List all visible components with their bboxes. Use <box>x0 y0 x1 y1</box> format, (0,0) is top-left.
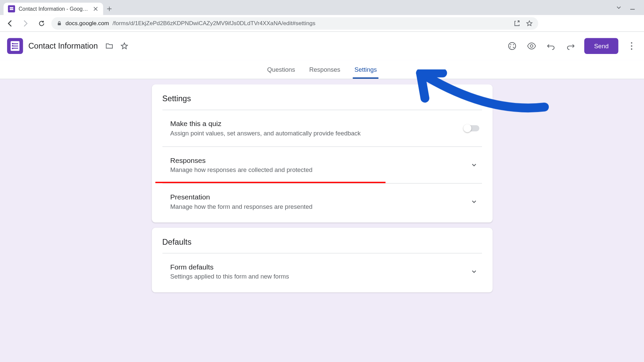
new-tab-button[interactable] <box>103 3 115 15</box>
setting-quiz-sub: Assign point values, set answers, and au… <box>170 130 464 137</box>
address-bar: docs.google.com/forms/d/1EkjZePd2B6zKDPN… <box>0 15 644 32</box>
svg-point-5 <box>530 45 533 47</box>
url-input[interactable]: docs.google.com/forms/d/1EkjZePd2B6zKDPN… <box>51 17 538 29</box>
page-tabs: Questions Responses Settings <box>0 60 644 79</box>
svg-point-3 <box>513 44 514 45</box>
forms-favicon <box>8 5 15 12</box>
setting-presentation-title: Presentation <box>170 193 468 201</box>
svg-rect-0 <box>58 23 61 25</box>
annotation-underline <box>155 182 385 183</box>
app-header: Contact Information Send <box>0 32 644 60</box>
preview-icon[interactable] <box>526 40 537 52</box>
setting-quiz-title: Make this a quiz <box>170 120 464 128</box>
setting-responses-sub: Manage how responses are collected and p… <box>170 166 468 173</box>
chevron-down-icon[interactable] <box>616 4 622 10</box>
chevron-down-icon[interactable] <box>469 266 479 277</box>
svg-point-7 <box>631 45 632 47</box>
defaults-card: Defaults Form defaults Settings applied … <box>152 228 492 293</box>
settings-content: Settings Make this a quiz Assign point v… <box>0 79 644 310</box>
redo-icon[interactable] <box>565 40 576 52</box>
svg-point-6 <box>631 42 632 44</box>
more-menu-icon[interactable] <box>626 42 637 50</box>
svg-point-4 <box>510 46 511 47</box>
tab-settings[interactable]: Settings <box>353 66 378 79</box>
minimize-icon[interactable] <box>630 5 635 10</box>
chevron-down-icon[interactable] <box>469 196 479 207</box>
forms-logo-icon[interactable] <box>7 38 23 54</box>
form-defaults-sub: Settings applied to this form and new fo… <box>170 273 468 280</box>
setting-quiz: Make this a quiz Assign point values, se… <box>162 110 482 147</box>
svg-point-8 <box>631 48 632 50</box>
forward-button[interactable] <box>19 17 32 29</box>
settings-card: Settings Make this a quiz Assign point v… <box>152 84 492 223</box>
tab-title: Contact Information - Google Fo <box>18 6 89 12</box>
document-title[interactable]: Contact Information <box>28 41 98 51</box>
back-button[interactable] <box>4 17 16 29</box>
quiz-toggle[interactable] <box>464 125 479 131</box>
card-title-settings: Settings <box>162 94 482 110</box>
card-title-defaults: Defaults <box>162 238 482 254</box>
lock-icon <box>57 20 62 26</box>
form-defaults-title: Form defaults <box>170 263 468 271</box>
tab-responses[interactable]: Responses <box>308 66 342 79</box>
tab-questions[interactable]: Questions <box>265 66 297 79</box>
close-tab-icon[interactable] <box>93 6 99 12</box>
setting-form-defaults[interactable]: Form defaults Settings applied to this f… <box>162 253 482 290</box>
setting-responses[interactable]: Responses Manage how responses are colle… <box>162 147 482 184</box>
svg-point-1 <box>509 43 516 50</box>
url-host: docs.google.com <box>65 20 109 26</box>
setting-responses-title: Responses <box>170 157 468 165</box>
reload-button[interactable] <box>36 17 48 29</box>
setting-presentation-sub: Manage how the form and responses are pr… <box>170 203 468 210</box>
star-outline-icon[interactable] <box>119 41 130 51</box>
setting-presentation[interactable]: Presentation Manage how the form and res… <box>162 184 482 220</box>
browser-tab[interactable]: Contact Information - Google Fo <box>4 3 103 15</box>
undo-icon[interactable] <box>545 40 557 52</box>
share-icon[interactable] <box>514 20 521 27</box>
browser-tab-strip: Contact Information - Google Fo <box>0 0 644 15</box>
palette-icon[interactable] <box>506 40 518 52</box>
chevron-down-icon[interactable] <box>469 160 479 170</box>
folder-icon[interactable] <box>104 41 115 51</box>
star-icon[interactable] <box>526 20 533 27</box>
svg-point-2 <box>511 44 512 45</box>
url-path: /forms/d/1EkjZePd2B6zKDPNDwiCAZy2MV9ifJs… <box>113 20 316 26</box>
send-button[interactable]: Send <box>584 38 618 54</box>
